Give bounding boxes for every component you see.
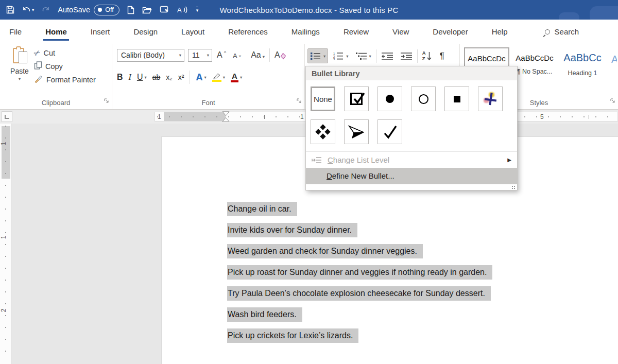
todo-line[interactable]: Wash bird feeders. — [227, 307, 492, 322]
open-folder-icon[interactable] — [142, 6, 152, 14]
tab-insert[interactable]: Insert — [90, 20, 111, 44]
tab-references[interactable]: References — [227, 20, 269, 44]
cut-button[interactable]: ✂ Cut — [34, 48, 96, 58]
format-painter-button[interactable]: Format Painter — [34, 75, 96, 84]
autosave-toggle-knob — [98, 8, 102, 12]
tab-file[interactable]: File — [8, 20, 23, 44]
filled-circle-icon — [386, 95, 394, 103]
bullet-four-diamonds[interactable] — [311, 119, 335, 144]
define-new-bullet-item[interactable]: Define New Bullet... — [306, 168, 517, 184]
style-heading-1[interactable]: AaBbCc Heading 1 — [560, 47, 605, 81]
numbering-button[interactable]: 123 ▾ — [331, 48, 350, 63]
tab-view[interactable]: View — [391, 20, 410, 44]
strikethrough-button[interactable]: ab — [152, 73, 161, 81]
bullet-checked-checkbox[interactable] — [344, 86, 369, 111]
bullet-filled-circle[interactable] — [377, 86, 402, 111]
bullet-arrow[interactable] — [344, 119, 369, 144]
eraser-icon — [280, 53, 285, 59]
paste-button[interactable]: Paste ▾ — [7, 47, 32, 81]
sort-arrow-icon — [426, 51, 432, 61]
bold-button[interactable]: B — [117, 73, 123, 82]
save-icon[interactable] — [6, 6, 14, 14]
underline-button[interactable]: U▾ — [137, 73, 147, 82]
numbering-caret-icon[interactable]: ▾ — [346, 54, 348, 59]
copy-button[interactable]: Copy — [34, 61, 96, 71]
todo-line[interactable]: Change oil in car. — [227, 202, 492, 216]
sort-button[interactable]: AZ — [420, 48, 434, 63]
search-box[interactable]: Search — [545, 27, 579, 36]
font-color-button[interactable]: A ▾ — [231, 72, 242, 82]
change-list-level-icon — [312, 157, 322, 164]
titlebar: WordCheckboxToDoDemo.docx - Saved to thi… — [0, 0, 618, 20]
style-heading-2[interactable]: A — [608, 47, 617, 81]
search-label: Search — [555, 27, 579, 36]
undo-button[interactable]: ▾ — [22, 6, 34, 14]
font-color-caret-icon[interactable]: ▾ — [240, 75, 242, 80]
bullets-button[interactable]: ▾ — [307, 48, 328, 63]
font-name-combobox[interactable]: Calibri (Body) ▾ — [117, 49, 184, 62]
tab-layout[interactable]: Layout — [180, 20, 205, 44]
indent-marker[interactable] — [222, 111, 230, 124]
show-formatting-marks-button[interactable]: ¶ — [437, 48, 448, 63]
bullet-colored-star[interactable] — [478, 86, 503, 111]
multilevel-list-button[interactable]: ▾ — [353, 48, 373, 63]
menu-resize-grip[interactable] — [306, 184, 517, 190]
underline-caret-icon[interactable]: ▾ — [144, 75, 146, 80]
change-list-level-item[interactable]: Change List Level ▶ — [306, 152, 517, 168]
decrease-indent-button[interactable] — [379, 48, 396, 63]
clipboard-group-label: Clipboard — [0, 99, 112, 107]
highlight-color-button[interactable]: ▾ — [212, 73, 225, 82]
tab-stop-selector[interactable] — [2, 111, 12, 122]
italic-button[interactable]: I — [129, 73, 131, 82]
vruler-ticks — [5, 126, 6, 362]
styles-dialog-launcher-icon[interactable] — [610, 96, 615, 106]
autosave-control[interactable]: AutoSave Off — [58, 5, 119, 15]
undo-caret-icon[interactable]: ▾ — [32, 7, 34, 12]
bullet-none[interactable]: None — [311, 86, 335, 111]
text-effects-button[interactable]: A▾ — [196, 72, 206, 83]
grow-font-button[interactable]: A⌃ — [216, 50, 228, 60]
tab-developer[interactable]: Developer — [432, 20, 469, 44]
tab-mailings[interactable]: Mailings — [290, 20, 321, 44]
multilevel-caret-icon[interactable]: ▾ — [369, 54, 371, 59]
checked-checkbox-icon — [350, 93, 363, 105]
style-no-spacing[interactable]: AaBbCcDc ¶ No Spac... — [512, 47, 557, 81]
tab-home[interactable]: Home — [44, 20, 68, 44]
tab-help[interactable]: Help — [491, 20, 509, 44]
subscript-button[interactable]: x₂ — [166, 73, 172, 81]
font-size-combobox[interactable]: 11 ▾ — [188, 49, 212, 62]
font-name-caret-icon[interactable]: ▾ — [179, 53, 181, 58]
autosave-toggle[interactable]: Off — [94, 5, 119, 15]
tab-review[interactable]: Review — [342, 20, 370, 44]
shrink-font-button[interactable]: A⌄ — [232, 51, 243, 60]
bullet-checkmark[interactable] — [377, 119, 402, 144]
clear-formatting-button[interactable]: A — [273, 50, 286, 60]
four-diamonds-icon — [316, 125, 330, 138]
increase-indent-button[interactable] — [398, 48, 415, 63]
bullet-open-circle[interactable] — [411, 86, 436, 111]
customize-qat-icon[interactable]: ▾ — [196, 7, 199, 13]
read-aloud-icon[interactable]: A — [177, 6, 188, 14]
text-effects-caret-icon[interactable]: ▾ — [204, 75, 206, 80]
highlight-caret-icon[interactable]: ▾ — [223, 75, 225, 80]
filled-square-icon — [454, 96, 460, 102]
font-size-caret-icon[interactable]: ▾ — [207, 53, 209, 58]
redo-icon[interactable] — [42, 6, 50, 14]
bullets-caret-icon[interactable]: ▾ — [323, 54, 325, 59]
font-dialog-launcher-icon[interactable] — [297, 96, 302, 106]
todo-line[interactable]: Weed garden and check for Sunday dinner … — [227, 244, 492, 258]
change-case-button[interactable]: Aa▾ — [250, 50, 266, 60]
todo-line[interactable]: Pick up crickets for Lexie’s lizards. — [227, 328, 492, 343]
todo-line[interactable]: Try Paula Deen’s chocolate explosion che… — [227, 286, 492, 301]
tab-design[interactable]: Design — [132, 20, 159, 44]
new-document-icon[interactable] — [127, 6, 134, 14]
superscript-button[interactable]: x² — [178, 73, 184, 81]
todo-line[interactable]: Invite kids over for Sunday dinner. — [227, 223, 492, 237]
clipboard-dialog-launcher-icon[interactable] — [104, 96, 109, 106]
touch-mouse-mode-icon[interactable] — [160, 6, 169, 14]
paste-caret-icon[interactable]: ▾ — [7, 76, 32, 81]
todo-line[interactable]: Pick up roast for Sunday dinner and vegg… — [227, 265, 492, 280]
increase-indent-icon — [400, 52, 413, 60]
bullet-filled-square[interactable] — [444, 86, 469, 111]
ribbon-tab-bar: File Home Insert Design Layout Reference… — [0, 20, 618, 44]
